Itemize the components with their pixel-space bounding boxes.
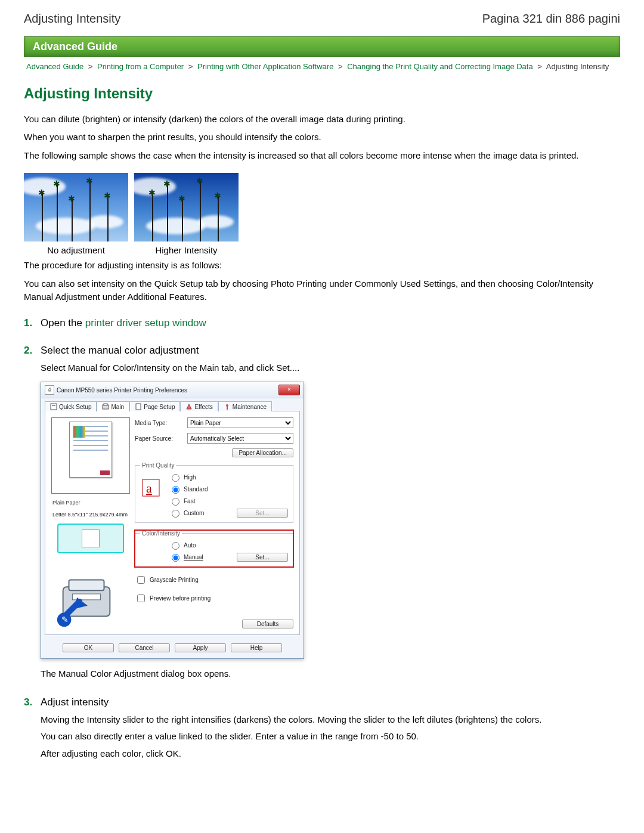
tab-quick-setup[interactable]: Quick Setup — [45, 401, 97, 411]
intro-p1: You can dilute (brighten) or intensify (… — [24, 113, 620, 126]
pq-set-button[interactable]: Set... — [237, 509, 288, 518]
sample-image-row: No adjustment Higher Intensity — [24, 173, 620, 255]
dialog-tabs: Quick Setup Main Page Setup — [41, 398, 304, 411]
page-title: Adjusting Intensity — [24, 85, 620, 102]
paper-source-label: Paper Source: — [135, 435, 184, 442]
effects-icon — [185, 403, 193, 410]
layout-preview — [57, 524, 124, 553]
preview-paper-type: Plain Paper — [51, 500, 130, 506]
sample-caption-left: No adjustment — [24, 245, 128, 255]
ci-auto-radio[interactable] — [172, 542, 179, 550]
cancel-button[interactable]: Cancel — [119, 643, 170, 652]
tab-maintenance[interactable]: Maintenance — [218, 401, 272, 411]
after-sample-p1: The procedure for adjusting intensity is… — [24, 259, 620, 272]
sample-caption-right: Higher Intensity — [134, 245, 239, 255]
svg-text:✎: ✎ — [61, 616, 69, 625]
step-number: 2. — [24, 345, 32, 357]
tab-label: Maintenance — [233, 404, 267, 410]
dialog-body: Plain Paper Letter 8.5"x11" 215.9x279.4m… — [45, 411, 300, 635]
pq-standard-radio[interactable] — [172, 486, 179, 494]
tab-main[interactable]: Main — [97, 401, 129, 411]
pq-fast-radio[interactable] — [172, 498, 179, 506]
ci-auto-label: Auto — [184, 542, 196, 549]
media-type-select[interactable]: Plain Paper — [187, 417, 293, 428]
paper-allocation-button[interactable]: Paper Allocation... — [232, 448, 293, 457]
header-title: Adjusting Intensity — [24, 12, 120, 26]
quick-setup-icon — [50, 403, 57, 410]
step-number: 1. — [24, 317, 32, 329]
grayscale-label: Grayscale Printing — [150, 577, 199, 583]
close-button[interactable]: × — [278, 385, 300, 395]
step3-body3: After adjusting each color, click OK. — [41, 747, 620, 761]
advanced-guide-banner: Advanced Guide — [24, 36, 620, 57]
dialog-titlebar[interactable]: ⎙ Canon MP550 series Printer Printing Pr… — [41, 382, 304, 398]
print-quality-legend: Print Quality — [140, 462, 176, 469]
step3-body2: You can also directly enter a value link… — [41, 730, 620, 744]
tab-label: Quick Setup — [59, 404, 91, 410]
ci-manual-label: Manual — [184, 554, 203, 561]
pq-fast-label: Fast — [184, 498, 195, 504]
breadcrumb-link-1[interactable]: Printing from a Computer — [97, 62, 184, 71]
defaults-button[interactable]: Defaults — [242, 620, 293, 628]
breadcrumb-link-3[interactable]: Changing the Print Quality and Correctin… — [347, 62, 532, 71]
step3-title: Adjust intensity — [41, 696, 620, 708]
svg-rect-0 — [51, 404, 57, 410]
tab-label: Page Setup — [144, 404, 175, 410]
tab-effects[interactable]: Effects — [180, 401, 218, 411]
step2-title: Select the manual color adjustment — [41, 345, 620, 357]
breadcrumb-sep: > — [188, 62, 193, 71]
preview-paper-size: Letter 8.5"x11" 215.9x279.4mm — [51, 512, 130, 518]
page-preview — [51, 417, 130, 494]
svg-rect-8 — [72, 594, 100, 600]
media-type-label: Media Type: — [135, 420, 184, 426]
printer-driver-link[interactable]: printer driver setup window — [85, 317, 206, 329]
breadcrumb-link-0[interactable]: Advanced Guide — [26, 62, 83, 71]
breadcrumb-current: Adjusting Intensity — [546, 62, 609, 71]
sample-image-higher — [134, 173, 239, 241]
main-icon — [102, 403, 109, 410]
intro-p3: The following sample shows the case when… — [24, 149, 620, 163]
ci-manual-radio[interactable] — [172, 554, 179, 562]
dialog-footer: OK Cancel Apply Help — [41, 639, 304, 658]
tab-label: Main — [111, 404, 124, 410]
ok-button[interactable]: OK — [63, 643, 114, 652]
after-sample-p2: You can also set intensity on the Quick … — [24, 277, 620, 304]
tab-label: Effects — [194, 404, 212, 410]
breadcrumb-sep: > — [537, 62, 542, 71]
intro-p2: When you want to sharpen the print resul… — [24, 131, 620, 144]
page-setup-icon — [135, 403, 142, 410]
paper-source-select[interactable]: Automatically Select — [187, 433, 293, 444]
apply-button[interactable]: Apply — [175, 643, 226, 652]
preview-before-checkbox[interactable] — [137, 594, 145, 602]
breadcrumb: Advanced Guide > Printing from a Compute… — [26, 61, 620, 73]
help-button[interactable]: Help — [231, 643, 282, 652]
step-3: 3. Adjust intensity Moving the Intensity… — [24, 696, 620, 761]
breadcrumb-link-2[interactable]: Printing with Other Application Software — [197, 62, 333, 71]
svg-rect-3 — [136, 404, 141, 410]
quality-letter-icon: a — [141, 478, 160, 497]
svg-rect-7 — [69, 580, 104, 591]
color-intensity-legend: Color/Intensity — [140, 530, 182, 537]
steps-list: 1. Open the printer driver setup window … — [24, 317, 620, 761]
sample-image-normal — [24, 173, 128, 241]
pq-high-radio[interactable] — [172, 474, 179, 482]
page-header: Adjusting Intensity Pagina 321 din 886 p… — [24, 12, 620, 26]
grayscale-checkbox[interactable] — [137, 576, 145, 584]
svg-rect-5 — [227, 406, 228, 410]
ci-set-button[interactable]: Set... — [237, 553, 288, 562]
preview-before-label: Preview before printing — [150, 595, 210, 602]
pq-custom-radio[interactable] — [172, 510, 179, 518]
breadcrumb-sep: > — [88, 62, 93, 71]
step1-text: Open the — [41, 317, 85, 329]
maintenance-icon — [224, 403, 231, 410]
breadcrumb-sep: > — [338, 62, 343, 71]
pq-high-label: High — [184, 474, 196, 481]
printing-preferences-dialog: ⎙ Canon MP550 series Printer Printing Pr… — [41, 382, 304, 659]
tab-page-setup[interactable]: Page Setup — [129, 401, 180, 411]
step-number: 3. — [24, 696, 32, 708]
step2-body1: Select Manual for Color/Intensity on the… — [41, 361, 620, 375]
dialog-title: Canon MP550 series Printer Printing Pref… — [57, 387, 187, 394]
svg-text:a: a — [146, 481, 152, 496]
step3-body1: Moving the Intensity slider to the right… — [41, 713, 620, 727]
page-indicator: Pagina 321 din 886 pagini — [482, 12, 620, 26]
